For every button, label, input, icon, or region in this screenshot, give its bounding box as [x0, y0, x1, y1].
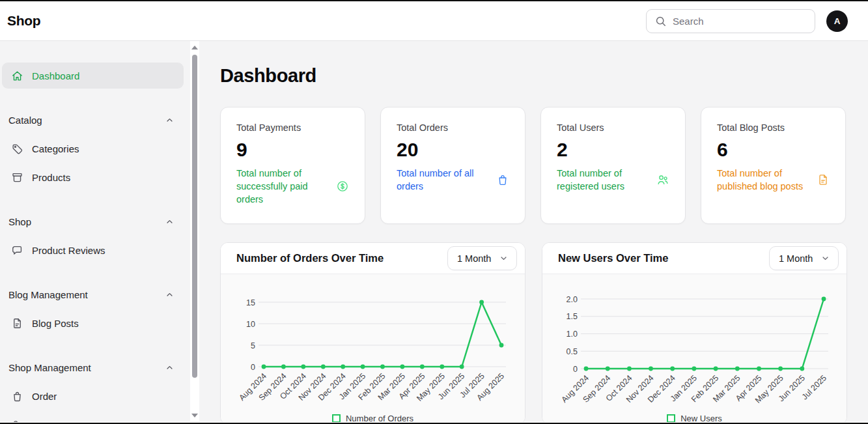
chevron-up-icon	[165, 115, 175, 125]
chevron-down-icon	[499, 253, 509, 263]
box-icon	[11, 171, 23, 184]
sidebar-item-categories[interactable]: Categories	[2, 135, 184, 162]
topbar-right: A	[646, 9, 848, 33]
sidebar-item-products[interactable]: Products	[2, 164, 184, 190]
scroll-down-arrow[interactable]	[191, 414, 198, 417]
search-icon	[654, 15, 667, 27]
tag-icon	[11, 143, 23, 155]
main-content: Dashboard Total Payments 9 Total number …	[199, 41, 868, 422]
card-title: Total Users	[557, 122, 669, 133]
sidebar-item-product-reviews[interactable]: Product Reviews	[2, 237, 184, 263]
brand-logo: Shop	[7, 13, 40, 29]
shopping-bag-icon	[496, 173, 509, 186]
chevron-up-icon	[165, 290, 175, 300]
sidebar-item-label: Categories	[32, 143, 79, 154]
users-icon	[11, 419, 23, 423]
svg-text:0.5: 0.5	[567, 347, 578, 356]
svg-text:0: 0	[573, 365, 578, 374]
legend-label: New Users	[680, 414, 722, 422]
svg-text:0: 0	[251, 363, 255, 372]
chevron-down-icon	[820, 253, 830, 263]
orders-chart-legend[interactable]: Number of Orders	[221, 414, 525, 422]
sidebar-item-label: Product Reviews	[32, 245, 105, 256]
sidebar-item-label: Dashboard	[32, 70, 79, 81]
users-chart-legend[interactable]: New Users	[542, 414, 847, 422]
scrollbar-thumb[interactable]	[192, 55, 197, 378]
sidebar-item-order[interactable]: Order	[2, 383, 184, 409]
avatar[interactable]: A	[826, 10, 848, 32]
search-box[interactable]	[646, 9, 815, 33]
card-description: Total number of all orders	[397, 167, 491, 193]
charts-row: Number of Orders Over Time 1 Month 05101…	[220, 242, 868, 422]
section-label: Catalog	[8, 115, 42, 126]
chat-bubble-icon	[11, 244, 23, 257]
card-description: Total number of successfully paid orders	[236, 167, 331, 206]
stat-card-total-blog-posts: Total Blog Posts 6 Total number of publi…	[701, 107, 846, 224]
section-label: Blog Management	[8, 289, 88, 300]
orders-line-chart: 051015Aug 2024Sep 2024Oct 2024Nov 2024De…	[221, 274, 525, 411]
chart-title: Number of Orders Over Time	[236, 252, 384, 264]
sidebar-section-catalog[interactable]: Catalog	[2, 107, 184, 133]
chart-title: New Users Over Time	[558, 252, 668, 264]
card-description: Total number of published blog posts	[717, 167, 811, 193]
orders-range-select[interactable]: 1 Month	[447, 246, 517, 270]
card-title: Total Blog Posts	[717, 122, 830, 133]
legend-swatch	[667, 414, 675, 422]
sidebar-item-label: Order	[32, 391, 57, 402]
sidebar-section-shop[interactable]: Shop	[2, 208, 184, 234]
svg-text:1.5: 1.5	[567, 312, 578, 321]
card-value: 20	[397, 139, 509, 161]
stat-card-total-payments: Total Payments 9 Total number of success…	[220, 107, 365, 224]
svg-text:2.0: 2.0	[567, 295, 578, 304]
chevron-up-icon	[165, 363, 175, 373]
orders-chart-card: Number of Orders Over Time 1 Month 05101…	[220, 242, 525, 422]
users-range-select[interactable]: 1 Month	[769, 246, 839, 270]
sidebar-section-blog-management[interactable]: Blog Management	[2, 281, 184, 307]
chevron-up-icon	[165, 217, 175, 227]
stat-cards-row: Total Payments 9 Total number of success…	[220, 107, 868, 224]
sidebar-item-label: Products	[32, 172, 70, 183]
users-icon	[656, 173, 669, 186]
svg-text:1.0: 1.0	[567, 330, 578, 339]
stat-card-total-orders: Total Orders 20 Total number of all orde…	[380, 107, 525, 224]
sidebar-item-dashboard[interactable]: Dashboard	[2, 63, 184, 89]
svg-text:15: 15	[246, 298, 255, 307]
range-select-value: 1 Month	[779, 253, 813, 264]
home-icon	[11, 70, 23, 82]
dollar-circle-icon	[336, 180, 349, 193]
scroll-up-arrow[interactable]	[191, 46, 198, 49]
card-title: Total Payments	[236, 122, 349, 133]
svg-text:5: 5	[251, 341, 255, 350]
card-value: 9	[236, 139, 349, 161]
search-input[interactable]	[673, 16, 807, 27]
legend-swatch	[332, 414, 341, 422]
sidebar: Dashboard Catalog Categories Products Sh…	[0, 41, 190, 422]
blog-file-icon	[817, 173, 830, 186]
page-title: Dashboard	[220, 64, 868, 87]
sidebar-item-users[interactable]: Users	[2, 412, 184, 422]
sidebar-item-blog-posts[interactable]: Blog Posts	[2, 310, 184, 336]
sidebar-item-label: Users	[32, 419, 57, 423]
section-label: Shop	[8, 216, 31, 227]
users-line-chart: 00.51.01.52.0Aug 2024Sep 2024Oct 2024Nov…	[542, 274, 847, 411]
users-chart-area: 00.51.01.52.0Aug 2024Sep 2024Oct 2024Nov…	[542, 274, 847, 422]
card-value: 6	[717, 139, 830, 161]
document-icon	[11, 317, 23, 330]
card-description: Total number of registered users	[557, 167, 651, 193]
stat-card-total-users: Total Users 2 Total number of registered…	[540, 107, 686, 224]
orders-chart-area: 051015Aug 2024Sep 2024Oct 2024Nov 2024De…	[221, 274, 525, 422]
topbar: Shop A	[0, 1, 868, 41]
sidebar-scrollbar[interactable]	[190, 41, 199, 422]
svg-text:10: 10	[246, 320, 255, 329]
section-label: Shop Management	[8, 362, 91, 373]
sidebar-item-label: Blog Posts	[32, 318, 79, 329]
sidebar-section-shop-management[interactable]: Shop Management	[2, 354, 184, 380]
shopping-bag-icon	[11, 390, 23, 403]
users-chart-card: New Users Over Time 1 Month 00.51.01.52.…	[542, 242, 847, 422]
range-select-value: 1 Month	[457, 253, 491, 264]
legend-label: Number of Orders	[346, 414, 413, 422]
card-title: Total Orders	[397, 122, 509, 133]
card-value: 2	[557, 139, 669, 161]
